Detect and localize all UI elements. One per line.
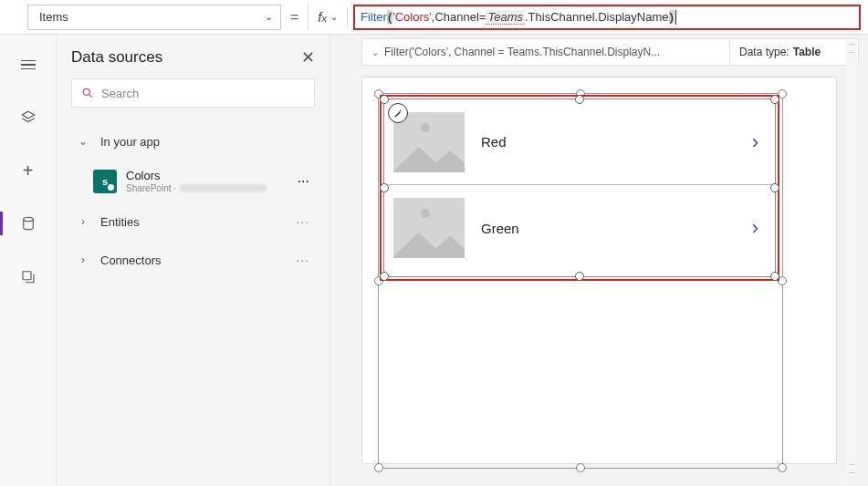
layers-icon (20, 109, 37, 126)
panel-title: Data sources (71, 48, 162, 67)
gallery-item[interactable]: Green › (384, 185, 775, 271)
resize-handle[interactable] (374, 463, 383, 472)
chevron-right-icon: › (77, 253, 89, 266)
more-options-button[interactable]: ··· (298, 173, 309, 190)
svg-rect-1 (23, 272, 31, 280)
section-connectors[interactable]: ›Connectors ··· (71, 241, 315, 279)
formula-breadcrumb[interactable]: ⌄ Filter('Colors', Channel = Teams.ThisC… (362, 39, 730, 65)
resize-handle[interactable] (770, 183, 779, 192)
property-name: Items (39, 10, 68, 24)
redacted-text (180, 184, 267, 192)
edit-template-button[interactable] (388, 103, 408, 123)
resize-handle[interactable] (576, 463, 585, 472)
main-area: + Data sources ✕ Search ⌄In your app s (0, 35, 868, 486)
resize-handle[interactable] (778, 463, 787, 472)
close-icon: ✕ (301, 48, 315, 67)
resize-handle[interactable] (575, 272, 584, 281)
resize-handle[interactable] (575, 95, 584, 104)
plus-icon: + (23, 160, 34, 181)
resize-handle[interactable] (380, 272, 389, 281)
formula-input[interactable]: Filter('Colors', Channel = Teams.ThisCha… (353, 5, 861, 30)
formula-bar: fx ⌄ Filter('Colors', Channel = Teams.Th… (308, 5, 868, 30)
gallery-item[interactable]: Red › (384, 99, 775, 185)
rail-menu-toggle[interactable] (10, 49, 47, 80)
rail-data[interactable] (10, 208, 47, 239)
panel-close-button[interactable]: ✕ (301, 47, 315, 67)
breadcrumb-text: Filter('Colors', Channel = Teams.ThisCha… (384, 46, 660, 58)
sharepoint-icon: s (93, 170, 117, 193)
more-options-button[interactable]: ··· (296, 253, 309, 267)
chevron-down-icon: ⌄ (371, 47, 379, 57)
resize-handle[interactable] (380, 183, 389, 192)
svg-point-0 (23, 217, 33, 222)
media-icon (20, 268, 37, 284)
section-in-your-app[interactable]: ⌄In your app (71, 122, 315, 160)
search-placeholder: Search (101, 87, 139, 100)
property-selector[interactable]: Items ⌄ (27, 5, 281, 30)
formula-token-paren: ) (669, 10, 675, 24)
divider (347, 7, 348, 27)
formula-token-namespace: Teams (486, 10, 525, 25)
text-cursor (675, 10, 676, 25)
vertical-scrollbar[interactable] (846, 40, 857, 477)
chevron-down-icon: ⌄ (265, 11, 273, 23)
pencil-icon (393, 109, 403, 119)
svg-point-2 (83, 88, 89, 95)
resize-handle[interactable] (770, 272, 779, 281)
gallery-highlight: Red › Green › (380, 95, 779, 281)
image-placeholder-icon (393, 198, 465, 258)
rail-insert[interactable]: + (10, 155, 47, 186)
datatype-indicator: Data type: Table (730, 39, 858, 65)
equals-label: = (290, 9, 298, 26)
chevron-right-icon[interactable]: › (752, 130, 758, 154)
more-options-button[interactable]: ··· (296, 214, 309, 229)
rail-tree-view[interactable] (10, 102, 47, 133)
chevron-right-icon: › (77, 215, 89, 228)
rail-media[interactable] (10, 261, 47, 292)
datasource-item-colors[interactable]: s Colors SharePoint · ··· (71, 160, 315, 202)
gallery-item-title: Red (481, 134, 736, 150)
datasource-name: Colors (126, 169, 267, 183)
gallery-item-title: Green (481, 221, 736, 236)
chevron-down-icon: ⌄ (77, 135, 89, 148)
search-icon (81, 87, 94, 99)
canvas[interactable]: Red › Green › (330, 35, 868, 486)
datasource-subtype: SharePoint · (126, 183, 267, 194)
fx-button[interactable]: fx ⌄ (308, 5, 341, 30)
svg-line-3 (89, 95, 92, 98)
search-input[interactable]: Search (71, 78, 315, 108)
chevron-down-icon: ⌄ (330, 12, 338, 22)
property-bar: Items ⌄ = fx ⌄ Filter('Colors', Channel … (0, 0, 868, 35)
database-icon (20, 215, 37, 232)
chevron-right-icon[interactable]: › (752, 216, 758, 240)
data-sources-panel: Data sources ✕ Search ⌄In your app s Col… (57, 35, 330, 486)
gallery-control[interactable]: Red › Green › (383, 98, 776, 277)
formula-result-bar: ⌄ Filter('Colors', Channel = Teams.ThisC… (361, 38, 859, 66)
formula-token-string: 'Colors' (392, 10, 432, 24)
hamburger-icon (21, 60, 36, 70)
formula-token-path: .ThisChannel.DisplayName (525, 10, 669, 24)
fx-icon: fx (318, 9, 327, 25)
section-entities[interactable]: ›Entities ··· (71, 202, 315, 241)
formula-token-function: Filter (361, 10, 387, 24)
left-rail: + (0, 35, 57, 486)
resize-handle[interactable] (770, 95, 779, 104)
formula-token-field: Channel (434, 10, 478, 24)
resize-handle[interactable] (380, 95, 389, 104)
